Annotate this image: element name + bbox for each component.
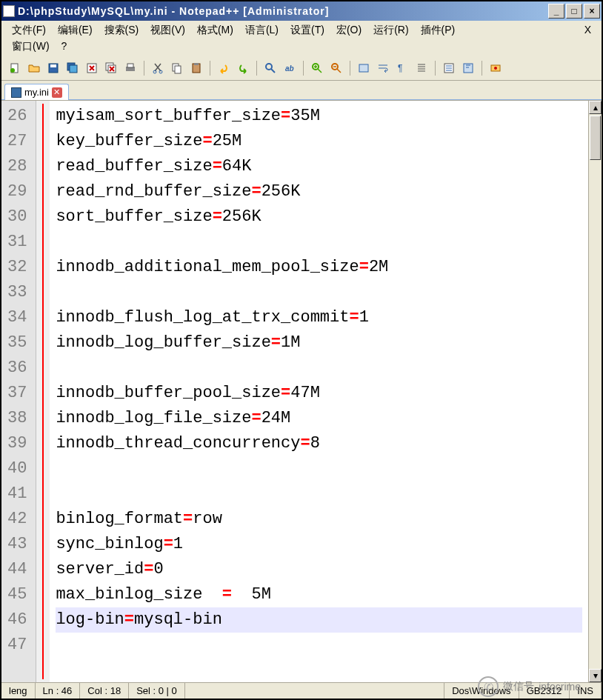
svg-rect-14 <box>175 66 181 73</box>
status-line: Ln : 46 <box>36 683 81 699</box>
wrap-button[interactable] <box>374 59 392 77</box>
svg-rect-5 <box>70 65 77 73</box>
code-line[interactable]: read_buffer_size=64K <box>56 154 582 179</box>
svg-rect-3 <box>50 64 56 67</box>
scroll-down-button[interactable]: ▾ <box>589 669 602 682</box>
tab-filename: my.ini <box>24 87 49 98</box>
tabbar: my.ini ✕ <box>1 81 602 100</box>
menu-macro[interactable]: 宏(O) <box>330 22 367 39</box>
toolbar: ab ¶ <box>1 56 602 81</box>
code-line[interactable] <box>56 633 582 658</box>
svg-point-26 <box>494 67 497 70</box>
statusbar: leng Ln : 46 Col : 18 Sel : 0 | 0 Dos\Wi… <box>1 682 602 699</box>
code-line[interactable]: key_buffer_size=25M <box>56 129 582 154</box>
titlebar[interactable]: D:\phpStudy\MySQL\my.ini - Notepad++ [Ad… <box>1 1 602 21</box>
code-line[interactable] <box>56 456 582 481</box>
menu-help[interactable]: ? <box>56 39 73 55</box>
open-file-button[interactable] <box>25 59 43 77</box>
svg-rect-21 <box>359 64 368 72</box>
vertical-scrollbar[interactable]: ▴ ▾ <box>588 101 602 682</box>
code-line[interactable] <box>56 280 582 305</box>
replace-button[interactable]: ab <box>281 59 299 77</box>
menu-run[interactable]: 运行(R) <box>367 22 414 39</box>
svg-rect-16 <box>194 63 199 65</box>
show-all-button[interactable]: ¶ <box>393 59 411 77</box>
save-icon <box>11 87 21 98</box>
fold-margin <box>36 101 50 682</box>
code-line[interactable]: innodb_log_file_size=24M <box>56 406 582 431</box>
file-tab[interactable]: my.ini ✕ <box>4 84 69 100</box>
cut-button[interactable] <box>149 59 167 77</box>
code-line[interactable]: innodb_thread_concurrency=8 <box>56 431 582 456</box>
zoom-out-button[interactable] <box>327 59 345 77</box>
zoom-in-button[interactable] <box>308 59 326 77</box>
maximize-button[interactable]: □ <box>566 4 582 19</box>
editor: 2627282930313233343536373839404142434445… <box>1 100 602 682</box>
print-button[interactable] <box>121 59 139 77</box>
close-all-button[interactable] <box>102 59 120 77</box>
menu-overflow-x[interactable]: X <box>579 22 597 39</box>
code-line[interactable]: binlog_format=row <box>56 507 582 532</box>
menu-settings[interactable]: 设置(T) <box>284 22 330 39</box>
menu-language[interactable]: 语言(L) <box>239 22 284 39</box>
svg-point-1 <box>10 68 15 73</box>
svg-text:¶: ¶ <box>398 63 402 73</box>
indent-guide-button[interactable] <box>413 59 430 77</box>
tab-close-button[interactable]: ✕ <box>52 87 62 98</box>
status-column: Col : 18 <box>80 683 129 699</box>
minimize-button[interactable]: _ <box>548 4 564 19</box>
code-line[interactable] <box>56 356 582 381</box>
sync-scroll-button[interactable] <box>355 59 373 77</box>
svg-text:ab: ab <box>285 64 294 73</box>
menu-plugins[interactable]: 插件(P) <box>415 22 462 39</box>
status-mode: INS <box>570 683 602 699</box>
scroll-up-button[interactable]: ▴ <box>589 101 602 114</box>
code-area[interactable]: myisam_sort_buffer_size=35Mkey_buffer_si… <box>50 101 588 682</box>
svg-rect-10 <box>127 64 133 67</box>
status-encoding: GB2312 <box>519 683 570 699</box>
code-line[interactable]: innodb_buffer_pool_size=47M <box>56 381 582 406</box>
status-length: leng <box>1 683 36 699</box>
code-line[interactable]: max_binlog_size = 5M <box>56 582 582 607</box>
doc-map-button[interactable] <box>459 59 477 77</box>
code-line[interactable] <box>56 230 582 255</box>
record-macro-button[interactable] <box>487 59 504 77</box>
status-selection: Sel : 0 | 0 <box>129 683 185 699</box>
close-button[interactable]: × <box>584 4 600 19</box>
function-list-button[interactable] <box>440 59 458 77</box>
menu-window[interactable]: 窗口(W) <box>6 39 56 55</box>
find-button[interactable] <box>261 59 279 77</box>
paste-button[interactable] <box>187 59 205 77</box>
scroll-thumb[interactable] <box>590 116 601 160</box>
code-line[interactable]: myisam_sort_buffer_size=35M <box>56 104 582 129</box>
code-line[interactable]: innodb_additional_mem_pool_size=2M <box>56 255 582 280</box>
code-line[interactable] <box>56 481 582 507</box>
save-all-button[interactable] <box>64 59 81 77</box>
window-buttons: _ □ × <box>548 4 600 19</box>
app-icon <box>3 5 15 17</box>
copy-button[interactable] <box>168 59 186 77</box>
status-spacer <box>185 683 444 699</box>
menu-search[interactable]: 搜索(S) <box>99 22 145 39</box>
code-line[interactable]: innodb_flush_log_at_trx_commit=1 <box>56 305 582 330</box>
new-file-button[interactable] <box>6 59 24 77</box>
undo-button[interactable] <box>215 59 233 77</box>
menubar: 文件(F) 编辑(E) 搜索(S) 视图(V) 格式(M) 语言(L) 设置(T… <box>1 21 602 56</box>
redo-button[interactable] <box>234 59 252 77</box>
save-button[interactable] <box>44 59 62 77</box>
status-eol: Dos\Windows <box>444 683 519 699</box>
code-line[interactable]: innodb_log_buffer_size=1M <box>56 330 582 356</box>
code-line[interactable]: log-bin=mysql-bin <box>56 607 582 633</box>
window-title: D:\phpStudy\MySQL\my.ini - Notepad++ [Ad… <box>18 5 548 17</box>
code-line[interactable]: sort_buffer_size=256K <box>56 204 582 230</box>
close-file-button[interactable] <box>83 59 101 77</box>
menu-edit[interactable]: 编辑(E) <box>52 22 99 39</box>
menu-format[interactable]: 格式(M) <box>191 22 239 39</box>
code-line[interactable]: read_rnd_buffer_size=256K <box>56 179 582 204</box>
code-line[interactable]: server_id=0 <box>56 557 582 582</box>
code-line[interactable]: sync_binlog=1 <box>56 532 582 557</box>
svg-point-17 <box>266 64 272 70</box>
app-window: D:\phpStudy\MySQL\my.ini - Notepad++ [Ad… <box>0 0 603 700</box>
menu-file[interactable]: 文件(F) <box>6 22 52 39</box>
menu-view[interactable]: 视图(V) <box>144 22 191 39</box>
